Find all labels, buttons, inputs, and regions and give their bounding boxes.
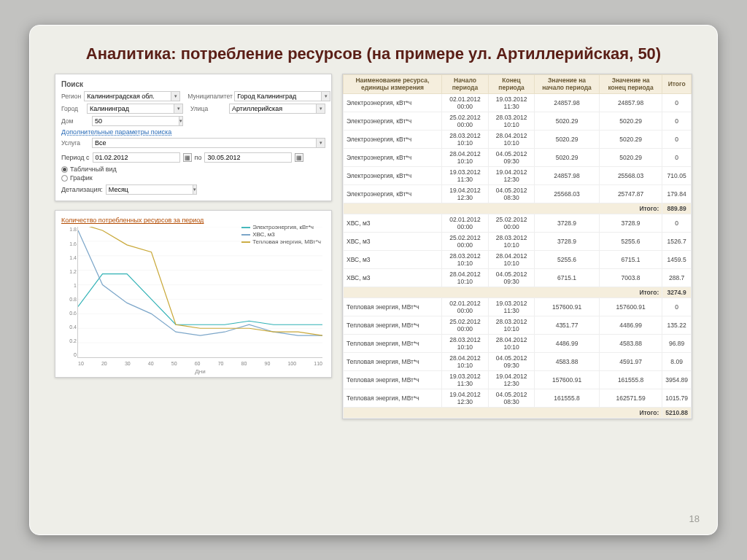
house-input[interactable]	[92, 116, 179, 126]
service-label: Услуга	[61, 139, 89, 147]
dropdown-icon[interactable]: ▾	[171, 91, 180, 101]
chart-xlabel: Дни	[78, 368, 322, 375]
table-row: Тепловая энергия, МВт*ч19.04.2012 12:300…	[344, 389, 692, 408]
chart-area: 1.81.61.41.210.80.60.40.20 1020304050607…	[77, 227, 322, 358]
table-row: ХВС, м328.03.2012 10:1028.04.2012 10:105…	[344, 251, 692, 269]
dropdown-icon[interactable]: ▾	[174, 104, 183, 114]
house-label: Дом	[61, 117, 89, 125]
table-row: Тепловая энергия, МВт*ч25.02.2012 00:002…	[344, 316, 692, 335]
page-number: 18	[689, 513, 700, 524]
right-column: Наименование ресурса, единицы измеренияН…	[342, 74, 692, 419]
table-row: Электроэнергия, кВт*ч19.04.2012 12:3004.…	[344, 185, 692, 203]
search-heading: Поиск	[61, 80, 325, 88]
left-column: Поиск Регион ▾ Муниципалитет ▾ Город	[55, 74, 332, 419]
table-row: Тепловая энергия, МВт*ч28.04.2012 10:100…	[344, 353, 692, 371]
table-row: Электроэнергия, кВт*ч28.04.2012 10:1004.…	[344, 149, 692, 167]
municipality-label: Муниципалитет	[187, 93, 231, 100]
table-row: ХВС, м325.02.2012 00:0028.03.2012 10:103…	[344, 233, 692, 251]
period-from-label: Период с	[61, 154, 90, 161]
page-title: Аналитика: потребление ресурсов (на прим…	[55, 44, 692, 63]
calendar-icon[interactable]: ▦	[295, 153, 303, 162]
radio-dot-icon	[61, 166, 68, 173]
period-from-input[interactable]	[93, 152, 180, 163]
table-row: Тепловая энергия, МВт*ч19.03.2012 11:301…	[344, 371, 692, 389]
subtotal-row: Итого:889.89	[344, 203, 692, 214]
chart-title: Количество потребленных ресурсов за пери…	[61, 217, 325, 224]
detail-select[interactable]	[106, 184, 193, 195]
region-input[interactable]	[84, 91, 171, 101]
subtotal-row: Итого:3274.9	[344, 287, 692, 298]
table-row: ХВС, м328.04.2012 10:1004.05.2012 09:306…	[344, 269, 692, 287]
city-input[interactable]	[87, 104, 174, 114]
additional-params-link[interactable]: Дополнительные параметры поиска	[61, 128, 325, 136]
table-row: Электроэнергия, кВт*ч19.03.2012 11:3019.…	[344, 167, 692, 185]
street-label: Улица	[190, 105, 226, 112]
municipality-input[interactable]	[234, 91, 322, 101]
dropdown-icon[interactable]: ▾	[179, 116, 183, 126]
table-row: Электроэнергия, кВт*ч02.01.2012 00:0019.…	[344, 94, 692, 112]
radio-dot-icon	[61, 175, 68, 182]
dropdown-icon[interactable]: ▾	[193, 184, 197, 195]
content: Поиск Регион ▾ Муниципалитет ▾ Город	[55, 74, 692, 419]
table-row: Электроэнергия, кВт*ч25.02.2012 00:0028.…	[344, 112, 692, 131]
view-table-radio[interactable]: Табличный вид	[61, 166, 325, 173]
detail-label: Детализация:	[61, 186, 103, 193]
street-input[interactable]	[229, 104, 317, 114]
view-chart-radio[interactable]: График	[61, 174, 325, 182]
table-row: Электроэнергия, кВт*ч28.03.2012 10:1028.…	[344, 131, 692, 149]
period-to-input[interactable]	[204, 152, 292, 163]
table-row: ХВС, м302.01.2012 00:0025.02.2012 00:003…	[344, 214, 692, 233]
table-row: Тепловая энергия, МВт*ч28.03.2012 10:102…	[344, 335, 692, 353]
dropdown-icon[interactable]: ▾	[322, 91, 330, 101]
calendar-icon[interactable]: ▦	[183, 153, 192, 162]
data-table: Наименование ресурса, единицы измеренияН…	[343, 74, 692, 419]
data-table-panel: Наименование ресурса, единицы измеренияН…	[342, 74, 692, 419]
dropdown-icon[interactable]: ▾	[317, 138, 325, 148]
chart-panel: Количество потребленных ресурсов за пери…	[55, 210, 332, 378]
service-input[interactable]	[92, 138, 317, 148]
slide: Аналитика: потребление ресурсов (на прим…	[29, 25, 718, 535]
subtotal-row: Итого:5210.88	[344, 408, 692, 419]
region-label: Регион	[61, 93, 81, 100]
dropdown-icon[interactable]: ▾	[317, 104, 325, 114]
search-panel: Поиск Регион ▾ Муниципалитет ▾ Город	[55, 74, 332, 201]
table-row: Тепловая энергия, МВт*ч02.01.2012 00:001…	[344, 298, 692, 316]
period-to-label: по	[195, 154, 202, 161]
city-label: Город	[61, 105, 84, 112]
